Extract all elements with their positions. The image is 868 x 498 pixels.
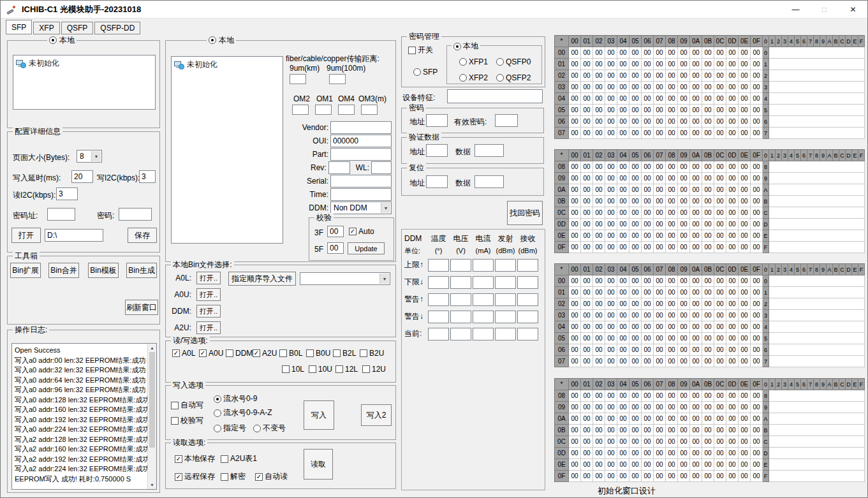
hex-byte-cell[interactable]: 00 [739,344,751,356]
hex-byte-cell[interactable]: 00 [678,59,690,70]
hex-byte-cell[interactable]: 00 [690,207,702,219]
hex-byte-cell[interactable]: 00 [629,436,642,448]
part-input[interactable] [330,148,392,161]
hex-byte-cell[interactable]: 00 [690,70,702,82]
oui-input[interactable] [330,135,392,147]
hex-byte-cell[interactable]: 00 [751,425,763,436]
hex-byte-cell[interactable]: 00 [593,436,605,448]
hex-byte-cell[interactable]: 00 [617,105,629,116]
hex-byte-cell[interactable]: 00 [714,310,726,321]
hex-byte-cell[interactable]: 00 [629,128,642,139]
page-size-select[interactable]: 8 ▼ [77,150,102,163]
hex-byte-cell[interactable]: 00 [654,219,666,230]
hex-byte-cell[interactable]: 00 [690,173,702,184]
hex-byte-cell[interactable]: 00 [739,59,751,70]
hex-byte-cell[interactable]: 00 [654,287,666,298]
hex-byte-cell[interactable]: 00 [569,105,581,116]
hex-byte-cell[interactable]: 00 [569,219,581,230]
hex-byte-cell[interactable]: 00 [702,459,714,471]
hex-byte-cell[interactable]: 00 [678,116,690,128]
hex-byte-cell[interactable]: 00 [654,298,666,310]
hex-byte-cell[interactable]: 00 [593,402,605,413]
checkbox-校验写[interactable]: 校验写 [171,415,203,426]
hex-byte-cell[interactable]: 00 [726,207,739,219]
hex-byte-cell[interactable]: 00 [714,298,726,310]
ddm-value-box[interactable] [473,259,494,272]
scroll-up-icon[interactable]: ▲ [148,344,156,352]
hex-byte-cell[interactable]: 00 [702,47,714,59]
refresh-window-button[interactable]: 刷新窗口 [125,300,158,315]
rev-input[interactable] [328,161,350,174]
hex-byte-cell[interactable]: 00 [739,402,751,413]
open-file-button[interactable]: 打开.. [196,305,221,318]
hex-byte-cell[interactable]: 00 [666,184,678,196]
tree-item-uninitialized[interactable]: 未初始化 [13,55,155,71]
hex-byte-cell[interactable]: 00 [581,219,593,230]
hex-byte-cell[interactable]: 00 [726,459,739,471]
hex-byte-cell[interactable]: 00 [690,436,702,448]
update-button[interactable]: Update [348,242,385,254]
ddm-value-box[interactable] [495,328,516,341]
hex-byte-cell[interactable]: 00 [593,459,605,471]
hex-byte-cell[interactable]: 00 [629,310,642,321]
hex-byte-cell[interactable]: 00 [569,196,581,207]
hex-byte-cell[interactable]: 00 [666,344,678,356]
om-input-OM4[interactable] [338,105,355,115]
hex-byte-cell[interactable]: 00 [714,448,726,459]
ddm-value-box[interactable] [495,293,516,306]
hex-byte-cell[interactable]: 00 [642,105,654,116]
hex-byte-cell[interactable]: 00 [714,93,726,105]
hex-byte-cell[interactable]: 00 [605,448,617,459]
hex-byte-cell[interactable]: 00 [739,173,751,184]
radio-流水号0-9[interactable]: 流水号0-9 [214,393,257,404]
hex-byte-cell[interactable]: 00 [629,275,642,287]
hex-byte-cell[interactable]: 00 [666,116,678,128]
hex-byte-cell[interactable]: 00 [751,356,763,367]
hex-byte-cell[interactable]: 00 [702,59,714,70]
hex-byte-cell[interactable]: 00 [629,333,642,344]
hex-byte-cell[interactable]: 00 [654,242,666,253]
hex-byte-cell[interactable]: 00 [569,93,581,105]
ddm-value-box[interactable] [450,311,471,323]
hex-byte-cell[interactable]: 00 [654,70,666,82]
checkbox-switch[interactable]: 开关 [408,45,433,55]
om-input-OM2[interactable] [292,105,309,115]
hex-byte-cell[interactable]: 00 [666,356,678,367]
hex-byte-cell[interactable]: 00 [714,105,726,116]
hex-byte-cell[interactable]: 00 [617,425,629,436]
hex-byte-cell[interactable]: 00 [678,356,690,367]
hex-byte-cell[interactable]: 00 [714,219,726,230]
hex-byte-cell[interactable]: 00 [739,93,751,105]
hex-byte-cell[interactable]: 00 [702,70,714,82]
hex-byte-cell[interactable]: 00 [751,471,763,482]
tree-item-uninitialized[interactable]: 未初始化 [172,57,283,73]
hex-byte-cell[interactable]: 00 [654,344,666,356]
hex-byte-cell[interactable]: 00 [690,275,702,287]
hex-byte-cell[interactable]: 00 [666,402,678,413]
hex-byte-cell[interactable]: 00 [605,173,617,184]
hex-byte-cell[interactable]: 00 [678,287,690,298]
ddm-value-box[interactable] [428,328,449,341]
hex-byte-cell[interactable]: 00 [739,196,751,207]
hex-byte-cell[interactable]: 00 [629,230,642,242]
hex-byte-cell[interactable]: 00 [642,390,654,402]
hex-byte-cell[interactable]: 00 [605,356,617,367]
hex-byte-cell[interactable]: 00 [605,161,617,173]
save-button[interactable]: 保存 [128,228,157,243]
checkbox-自动写[interactable]: 自动写 [171,400,203,411]
checkbox-远程保存[interactable]: ✓远程保存 [175,471,215,482]
radio-XFP1[interactable]: XFP1 [459,57,488,66]
write-i2c-input[interactable] [139,170,156,183]
ddm-value-box[interactable] [473,328,494,341]
hex-byte-cell[interactable]: 00 [751,173,763,184]
hex-byte-cell[interactable]: 00 [751,93,763,105]
hex-byte-cell[interactable]: 00 [702,344,714,356]
hex-byte-cell[interactable]: 00 [642,116,654,128]
hex-byte-cell[interactable]: 00 [678,333,690,344]
hex-byte-cell[interactable]: 00 [569,128,581,139]
hex-byte-cell[interactable]: 00 [654,116,666,128]
hex-byte-cell[interactable]: 00 [702,310,714,321]
hex-byte-cell[interactable]: 00 [593,47,605,59]
hex-byte-cell[interactable]: 00 [581,59,593,70]
hex-byte-cell[interactable]: 00 [593,230,605,242]
